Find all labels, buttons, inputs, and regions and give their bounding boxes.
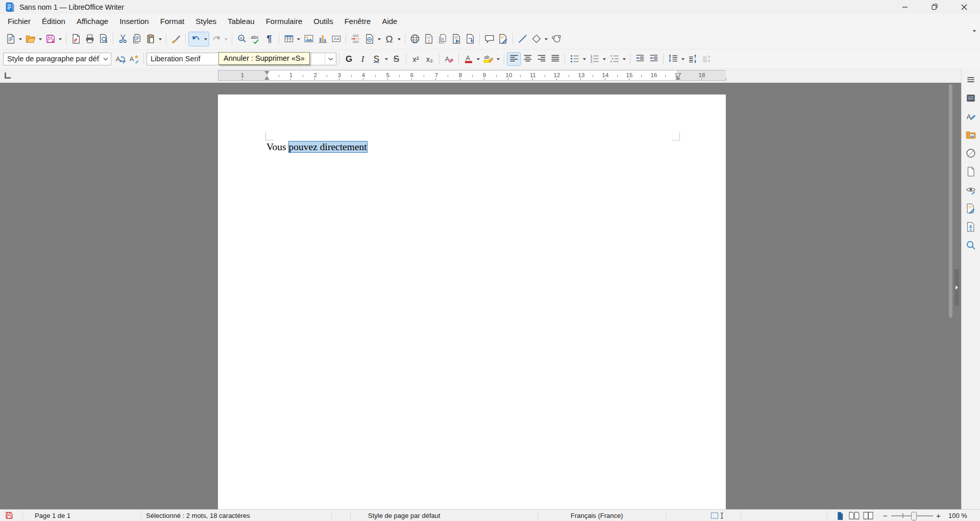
insert-comment-button[interactable] — [482, 32, 496, 46]
paragraph-style-dropdown[interactable] — [100, 53, 111, 65]
page-break-button[interactable] — [349, 32, 362, 46]
menu-insertion[interactable]: Insertion — [114, 15, 155, 28]
open-dropdown[interactable] — [37, 32, 43, 46]
bullet-list-button[interactable] — [568, 52, 581, 66]
sidebar-find-icon[interactable] — [963, 238, 978, 253]
tab-stop-selector[interactable] — [5, 73, 11, 79]
strikethrough-button[interactable]: S — [389, 52, 403, 66]
cut-button[interactable] — [116, 32, 130, 46]
spelling-button[interactable]: abc — [249, 32, 262, 46]
update-style-button[interactable]: A — [113, 52, 127, 66]
right-indent-marker[interactable] — [675, 74, 680, 80]
minimize-button[interactable] — [890, 0, 920, 14]
insert-field-dropdown[interactable] — [376, 32, 382, 46]
vertical-scrollbar-thumb[interactable] — [949, 84, 952, 318]
layout-single-icon[interactable] — [836, 510, 844, 521]
paste-dropdown[interactable] — [157, 32, 163, 46]
insert-table-dropdown[interactable] — [296, 32, 302, 46]
menu-formulaire[interactable]: Formulaire — [260, 15, 308, 28]
italic-button[interactable]: I — [356, 52, 370, 66]
paste-button[interactable] — [143, 32, 157, 46]
insert-image-button[interactable] — [302, 32, 315, 46]
horizontal-ruler[interactable]: 1 1 2 3 4 5 6 7 8 9 10 11 12 13 14 15 16… — [218, 70, 726, 81]
paragraph-style-combo[interactable]: Style de paragraphe par déf — [3, 53, 111, 65]
formatting-marks-button[interactable]: ¶ — [262, 32, 276, 46]
word-count-cell[interactable]: Sélectionné : 2 mots, 18 caractères — [146, 510, 250, 521]
menu-format[interactable]: Format — [155, 15, 190, 28]
page-count-cell[interactable]: Page 1 de 1 — [35, 510, 70, 521]
outline-list-button[interactable] — [607, 52, 621, 66]
save-dropdown[interactable] — [57, 32, 63, 46]
sidebar-settings-icon[interactable] — [963, 72, 978, 87]
insert-field-button[interactable] — [362, 32, 376, 46]
insert-chart-button[interactable] — [315, 32, 329, 46]
new-style-button[interactable]: A — [127, 52, 141, 66]
sidebar-manage-changes-icon[interactable] — [963, 201, 978, 216]
increase-indent-button[interactable] — [633, 52, 647, 66]
find-replace-button[interactable]: a — [235, 32, 249, 46]
menu-tableau[interactable]: Tableau — [222, 15, 260, 28]
new-document-dropdown[interactable] — [17, 32, 23, 46]
zoom-level[interactable]: 100 % — [948, 510, 967, 521]
hyperlink-button[interactable] — [408, 32, 422, 46]
justify-button[interactable] — [548, 52, 562, 66]
print-button[interactable] — [83, 32, 96, 46]
sidebar-styles-icon[interactable]: A — [963, 109, 978, 124]
undo-dropdown[interactable] — [203, 32, 209, 46]
underline-button[interactable]: S — [370, 52, 383, 66]
paragraph-style-value[interactable]: Style de paragraphe par déf — [4, 55, 100, 63]
print-preview-button[interactable] — [96, 32, 110, 46]
zoom-in-button[interactable]: + — [936, 510, 941, 521]
redo-dropdown[interactable] — [223, 32, 229, 46]
open-button[interactable] — [23, 32, 37, 46]
endnote-button[interactable]: [i] — [435, 32, 449, 46]
sidebar-style-inspector-icon[interactable] — [963, 182, 978, 198]
copy-button[interactable] — [130, 32, 143, 46]
bold-button[interactable]: G — [342, 52, 356, 66]
track-changes-button[interactable] — [496, 32, 510, 46]
menu-affichage[interactable]: Affichage — [71, 15, 114, 28]
footnote-button[interactable]: 1 — [422, 32, 435, 46]
redo-button[interactable] — [209, 32, 223, 46]
bookmark-button[interactable] — [449, 32, 463, 46]
sidebar-collapse-handle[interactable] — [954, 269, 959, 306]
superscript-button[interactable]: x² — [409, 52, 423, 66]
toolbar-overflow-icon[interactable] — [973, 32, 976, 41]
sidebar-properties-icon[interactable] — [963, 90, 978, 106]
menu-aide[interactable]: Aide — [376, 15, 403, 28]
line-spacing-button[interactable] — [666, 52, 680, 66]
layout-multi-icon[interactable] — [848, 510, 860, 521]
insert-line-button[interactable] — [516, 32, 529, 46]
numbered-list-dropdown[interactable] — [601, 52, 607, 66]
sidebar-page-icon[interactable] — [963, 164, 978, 179]
decrease-paragraph-spacing-button[interactable] — [700, 52, 714, 66]
font-size-dropdown[interactable] — [325, 53, 336, 65]
basic-shapes-button[interactable] — [529, 32, 543, 46]
language-cell[interactable]: Français (France) — [571, 510, 623, 521]
new-document-button[interactable] — [4, 32, 17, 46]
font-color-dropdown[interactable] — [475, 52, 481, 66]
layout-book-icon[interactable] — [863, 510, 874, 521]
restore-button[interactable] — [920, 0, 949, 14]
special-char-dropdown[interactable] — [396, 32, 402, 46]
sidebar-navigator-icon[interactable] — [963, 146, 978, 161]
page[interactable]: Vous pouvez directement — [218, 94, 726, 509]
highlight-color-dropdown[interactable] — [495, 52, 501, 66]
insert-textbox-button[interactable]: A — [329, 32, 343, 46]
curves-polygons-button[interactable] — [549, 32, 563, 46]
clone-formatting-button[interactable] — [169, 32, 183, 46]
sidebar-gallery-icon[interactable] — [963, 127, 978, 143]
sidebar-accessibility-icon[interactable] — [963, 219, 978, 234]
close-button[interactable] — [949, 0, 979, 14]
selection-mode-icon[interactable] — [710, 510, 725, 521]
line-spacing-dropdown[interactable] — [680, 52, 686, 66]
save-button[interactable] — [43, 32, 57, 46]
left-indent-marker[interactable] — [264, 74, 270, 80]
export-pdf-button[interactable] — [69, 32, 83, 46]
decrease-indent-button[interactable] — [647, 52, 660, 66]
basic-shapes-dropdown[interactable] — [543, 32, 549, 46]
zoom-out-button[interactable]: − — [883, 510, 888, 521]
increase-paragraph-spacing-button[interactable] — [686, 52, 700, 66]
align-center-button[interactable] — [521, 52, 534, 66]
subscript-button[interactable]: x₂ — [423, 52, 436, 66]
